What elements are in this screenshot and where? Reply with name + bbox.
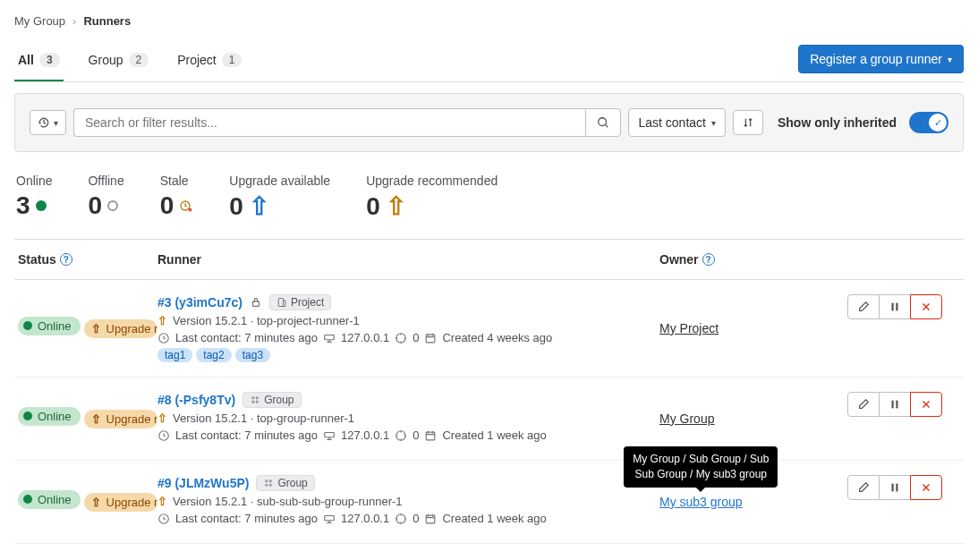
stat-stale: Stale 0 (160, 174, 194, 221)
register-runner-button[interactable]: Register a group runner ▾ (798, 45, 964, 73)
search-button[interactable] (585, 108, 621, 137)
history-icon (38, 116, 50, 129)
chevron-down-icon: ▾ (948, 55, 952, 64)
tag[interactable]: tag1 (157, 348, 192, 362)
tab-group[interactable]: Group 2 (85, 42, 153, 81)
upgrade-text: Upgrade reco… (106, 322, 157, 335)
pause-button[interactable] (880, 392, 910, 417)
tag[interactable]: tag3 (235, 348, 270, 362)
calendar-icon (424, 513, 437, 525)
status-dot-icon (23, 412, 32, 420)
history-button[interactable]: ▾ (30, 110, 66, 135)
stat-upgrade-recommended: Upgrade recommended 0 ⇧ (366, 174, 498, 221)
pause-icon (889, 398, 901, 411)
owner-link[interactable]: My sub3 group (659, 495, 743, 509)
edit-button[interactable] (847, 294, 880, 319)
status-dot-icon (36, 200, 47, 211)
header-actions (847, 252, 964, 267)
status-dot-icon (107, 200, 118, 211)
ip-icon (323, 513, 336, 525)
svg-rect-7 (427, 335, 436, 343)
edit-button[interactable] (847, 475, 880, 500)
tab-all[interactable]: All 3 (14, 42, 64, 81)
ip-address: 127.0.0.1 (341, 512, 389, 525)
lock-icon (250, 296, 262, 309)
upgrade-available-icon: ⇧ (249, 191, 269, 221)
tabs-row: All 3 Group 2 Project 1 Register a group… (14, 42, 964, 82)
stat-value: 0 (229, 192, 243, 221)
version-text: Version 15.2.1 · sub-sub-sub-group-runne… (173, 495, 403, 508)
help-icon[interactable]: ? (702, 253, 715, 266)
project-icon (276, 297, 287, 308)
upgrade-icon: ⇧ (157, 314, 167, 327)
edit-button[interactable] (847, 392, 880, 417)
runner-id-link[interactable]: #9 (JLMzWu5P) (157, 476, 249, 490)
sort-direction-button[interactable] (733, 110, 763, 135)
delete-button[interactable] (910, 475, 942, 500)
stale-icon (179, 199, 193, 213)
status-badge: Online (18, 490, 81, 509)
jobs-count: 0 (412, 512, 419, 525)
svg-point-11 (256, 397, 258, 399)
tab-project[interactable]: Project 1 (174, 42, 245, 81)
tab-count: 1 (222, 53, 242, 67)
last-contact: Last contact: 7 minutes ago (175, 331, 318, 344)
button-label: Register a group runner (810, 52, 942, 66)
tag[interactable]: tag2 (196, 348, 231, 362)
jobs-icon (395, 513, 407, 525)
stat-value: 0 (160, 191, 174, 220)
stat-label: Offline (88, 174, 123, 188)
runner-id-link[interactable]: #8 (-Psfy8Tv) (157, 393, 235, 407)
last-contact: Last contact: 7 minutes ago (175, 512, 318, 525)
ip-address: 127.0.0.1 (341, 428, 389, 442)
pencil-icon (857, 481, 870, 494)
pause-button[interactable] (880, 294, 910, 319)
inherited-toggle[interactable]: ✓ (909, 112, 948, 133)
breadcrumb-parent[interactable]: My Group (14, 14, 65, 28)
calendar-icon (424, 332, 437, 344)
header-status: Status ? (14, 252, 157, 267)
pause-button[interactable] (880, 475, 910, 500)
delete-button[interactable] (910, 294, 942, 319)
svg-point-13 (256, 401, 258, 403)
check-icon: ✓ (929, 114, 947, 132)
owner-link[interactable]: My Project (659, 321, 719, 335)
svg-point-21 (270, 480, 272, 482)
help-icon[interactable]: ? (60, 253, 72, 266)
search-input[interactable] (73, 108, 585, 137)
header-runner: Runner (157, 252, 659, 267)
runner-id-link[interactable]: #3 (y3imCu7c) (157, 295, 242, 310)
owner-link[interactable]: My Group (659, 412, 714, 426)
stat-label: Upgrade recommended (366, 174, 498, 188)
type-label: Project (291, 296, 324, 309)
filter-bar: ▾ Last contact ▾ Show only inherited ✓ (14, 93, 964, 152)
table-header: Status ? Runner Owner ? (14, 239, 964, 280)
tab-label: Group (89, 53, 123, 67)
stat-label: Stale (160, 174, 194, 188)
upgrade-icon: ⇧ (91, 322, 101, 335)
upgrade-badge: ⇧Upgrade reco… (84, 493, 157, 512)
svg-point-12 (252, 401, 254, 403)
close-icon (920, 398, 932, 411)
svg-rect-29 (896, 484, 897, 492)
table-row: Online ⇧Upgrade reco… #3 (y3imCu7c) Proj… (14, 280, 964, 378)
status-text: Online (38, 319, 72, 333)
svg-rect-28 (892, 484, 894, 492)
created-text: Created 1 week ago (442, 512, 546, 525)
table-row: Online ⇧Upgrade reco… #8 (-Psfy8Tv) Grou… (14, 378, 964, 461)
row-actions (847, 392, 964, 417)
upgrade-badge: ⇧Upgrade reco… (84, 410, 157, 428)
stat-label: Upgrade available (229, 174, 330, 188)
chevron-down-icon: ▾ (711, 118, 716, 128)
tags: tag1tag2tag3 (157, 348, 659, 362)
upgrade-icon: ⇧ (157, 412, 167, 425)
calendar-icon (424, 429, 437, 442)
sort-dropdown[interactable]: Last contact ▾ (628, 108, 726, 137)
tab-label: All (18, 53, 34, 67)
version-text: Version 15.2.1 · top-group-runner-1 (173, 412, 354, 425)
search-wrap (73, 108, 621, 137)
pencil-icon (857, 301, 870, 313)
last-contact: Last contact: 7 minutes ago (175, 428, 318, 442)
delete-button[interactable] (910, 392, 942, 417)
svg-point-0 (599, 118, 607, 126)
